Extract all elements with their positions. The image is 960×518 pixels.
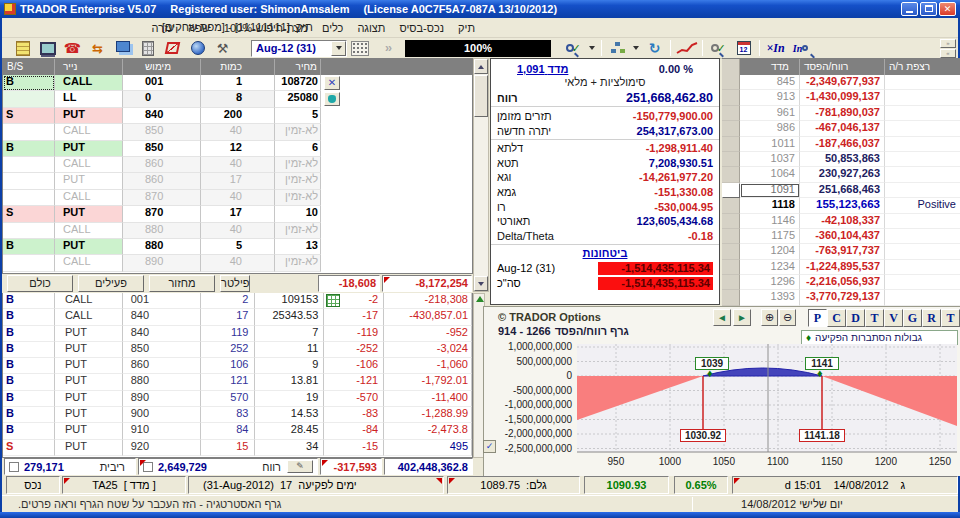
row-action-icon[interactable] [324, 92, 340, 106]
option-row[interactable]: CALL 880 40 לא-זמין [3, 223, 472, 239]
row-selector-cell[interactable] [722, 167, 740, 182]
scroll-up-icon[interactable] [474, 59, 488, 74]
scroll-down-icon[interactable] [474, 276, 488, 291]
toolbar-icon-button[interactable] [185, 39, 210, 58]
chart-zoom-out-button[interactable]: ⊖ [779, 309, 796, 326]
edit-button[interactable]: ✎ [287, 460, 313, 473]
search-check-button[interactable]: ✓ [561, 39, 586, 58]
apply-check-icon[interactable]: ✓ [483, 440, 496, 453]
col-header-pl[interactable]: רווח/הפסד [800, 59, 885, 75]
col-header-quantity[interactable]: כמות [201, 59, 275, 75]
menu-item[interactable]: נכס-בסיס [392, 22, 451, 34]
option-row[interactable]: CALL 870 40 לא-זמין [3, 190, 472, 206]
maximize-button[interactable] [920, 2, 937, 16]
pl-row[interactable]: 1064 230,927,263 [722, 167, 960, 182]
chart-mode-tab[interactable]: T [865, 309, 884, 327]
row-action-icon[interactable] [324, 76, 340, 90]
pl-row[interactable]: 1204 -763,917,737 [722, 244, 960, 259]
col-header-strike[interactable]: מימוש [123, 59, 201, 75]
pl-row[interactable]: 1234 -1,224,895,537 [722, 260, 960, 275]
option-row[interactable]: B CALL 001 1 108720 [3, 75, 472, 91]
option-row[interactable]: CALL 860 40 לא-זמין [3, 157, 472, 173]
position-row[interactable]: B PUT 910 84 28.45 -84 -2,473.8 [3, 423, 472, 439]
position-row[interactable]: B PUT 890 570 19 -570 -11,400 [3, 391, 472, 407]
option-row[interactable]: PUT 860 17 לא-זמין [3, 173, 472, 189]
col-header-index[interactable]: מדד [740, 59, 800, 75]
row-selector-cell[interactable] [722, 106, 740, 121]
pl-row[interactable]: 1146 -42,108,337 [722, 214, 960, 229]
row-selector-cell[interactable] [722, 183, 740, 198]
pl-row[interactable]: 1037 50,853,863 [722, 152, 960, 167]
chevron-down-icon[interactable] [331, 41, 346, 56]
close-button[interactable]: ✕ [939, 2, 956, 16]
scroll-up-icon[interactable] [476, 296, 484, 302]
row-selector-cell[interactable] [722, 198, 740, 213]
chart-mode-tab[interactable]: V [884, 309, 903, 327]
toolbar-icon-button[interactable] [85, 39, 110, 58]
toolbar-icon-button[interactable] [135, 39, 160, 58]
in-search-button[interactable]: In [788, 39, 813, 58]
filter-button[interactable]: מחזור [149, 275, 215, 292]
filter-button[interactable]: פילטר [220, 275, 250, 292]
tree-dropdown-arrow[interactable] [630, 39, 642, 58]
export-excel-icon[interactable] [326, 294, 340, 307]
toolbar-icon-button[interactable] [60, 39, 85, 58]
col-header-floor[interactable]: רצפת ר/ה [885, 59, 960, 75]
row-selector-cell[interactable] [722, 229, 740, 244]
xin-button[interactable]: ×In [763, 39, 788, 58]
position-row[interactable]: B PUT 860 106 9 -106 -1,060 [3, 358, 472, 374]
title-bar[interactable]: TRADOR Enterprise V5.07 Registered user:… [0, 0, 960, 18]
toolbar-icon-button[interactable] [160, 39, 185, 58]
col-header-security[interactable]: נייר [55, 59, 123, 75]
pl-row[interactable]: 986 -467,046,137 [722, 121, 960, 136]
pl-row[interactable]: 913 -1,430,099,137 [722, 90, 960, 105]
refresh-button[interactable] [642, 39, 667, 58]
row-selector-cell[interactable] [722, 90, 740, 105]
profit-checkbox[interactable] [143, 462, 153, 472]
graph-button[interactable] [674, 39, 699, 58]
col-header-price[interactable]: מחיר [275, 59, 321, 75]
chart-mode-tab[interactable]: R [922, 309, 941, 327]
position-row[interactable]: S PUT 920 15 34 -15 495 [3, 440, 472, 456]
row-selector-cell[interactable] [722, 137, 740, 152]
position-row[interactable]: B CALL 840 17 25343.53 -17 -430,857.01 [3, 309, 472, 325]
pl-row[interactable]: 845 -2,349,677,937 [722, 75, 960, 90]
position-row[interactable]: B PUT 840 119 7 -119 -952 [3, 326, 472, 342]
edit-orders-button[interactable]: ✓ [706, 39, 731, 58]
option-row[interactable]: LL 0 8 25080 [3, 91, 472, 107]
menu-item[interactable]: תצוגה [350, 22, 392, 34]
chart-zoom-in-button[interactable]: ⊕ [761, 309, 778, 326]
row-selector-cell[interactable] [722, 260, 740, 275]
pl-row[interactable]: 1393 -3,770,729,137 [722, 290, 960, 305]
asset-button[interactable]: נכס [6, 476, 60, 494]
collapse-buttons[interactable]: »« [940, 39, 956, 58]
toolbar-icon-button[interactable] [35, 39, 60, 58]
option-row[interactable]: B PUT 880 5 13 [3, 239, 472, 255]
minimize-button[interactable] [901, 2, 918, 16]
filter-button[interactable]: פעילים [78, 275, 144, 292]
col-header-bs[interactable]: B/S [3, 59, 55, 75]
option-row[interactable]: B PUT 850 12 6 [3, 141, 472, 157]
row-selector-cell[interactable] [722, 275, 740, 290]
chart-mode-tab[interactable]: T [941, 309, 960, 327]
toolbar-icon-button[interactable] [210, 39, 235, 58]
pl-row[interactable]: 1118 155,123,663 Positive [722, 198, 960, 213]
collateral-link[interactable]: ביטחונות [583, 247, 628, 259]
payoff-plot[interactable] [577, 344, 957, 456]
row-selector-cell[interactable] [722, 244, 740, 259]
option-row[interactable]: CALL 890 40 לא-זמין [3, 255, 472, 271]
pl-row[interactable]: 1296 -2,216,056,937 [722, 275, 960, 290]
chart-next-button[interactable]: ► [733, 309, 751, 326]
keypad-icon[interactable] [351, 41, 369, 56]
interest-checkbox[interactable] [9, 462, 19, 472]
chart-mode-tab[interactable]: D [846, 309, 865, 327]
row-selector-cell[interactable] [722, 121, 740, 136]
menu-item[interactable]: תיק [451, 22, 482, 34]
period-select[interactable]: Aug-12 (31) [251, 40, 347, 57]
pl-row[interactable]: 1011 -187,466,037 [722, 137, 960, 152]
toolbar-icon-button[interactable] [110, 39, 135, 58]
row-selector-cell[interactable] [722, 214, 740, 229]
position-row[interactable]: B PUT 900 83 14.53 -83 -1,288.99 [3, 407, 472, 423]
chart-mode-tab[interactable]: C [827, 309, 846, 327]
row-selector-cell[interactable] [722, 290, 740, 305]
